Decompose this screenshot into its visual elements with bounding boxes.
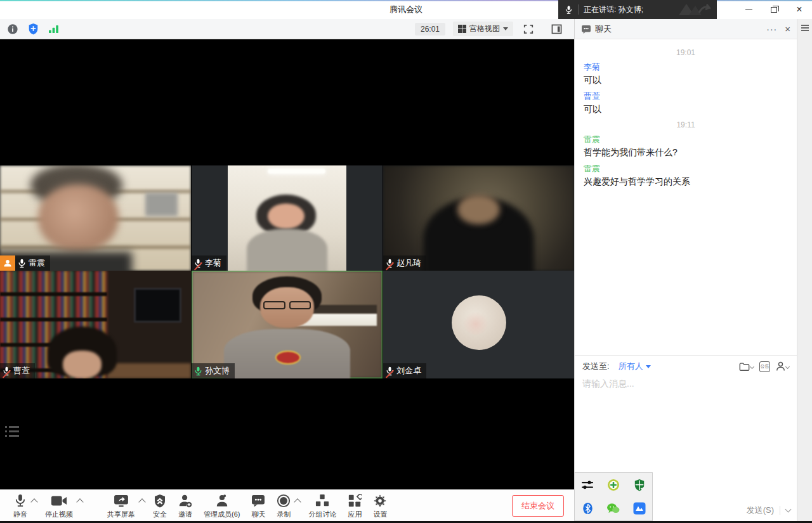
mute-button[interactable]: 静音 <box>8 490 33 522</box>
video-still <box>38 184 118 252</box>
person-icon <box>216 493 228 509</box>
invite-button[interactable]: 邀请 <box>173 490 198 522</box>
apps-button[interactable]: 应用 <box>342 490 367 522</box>
chat-bubble-icon <box>251 493 265 509</box>
chat-history-folder-button[interactable] <box>739 362 754 371</box>
view-mode-label: 宫格视图 <box>469 23 500 34</box>
toggle-sidebar-button[interactable] <box>549 22 564 36</box>
mic-muted-icon <box>193 259 203 268</box>
defender-shield-icon[interactable] <box>632 478 646 492</box>
mic-muted-icon <box>2 366 11 376</box>
video-still <box>63 351 101 378</box>
breakout-rooms-button[interactable]: 分组讨论 <box>303 490 342 522</box>
chat-panel: 聊天 ··· × 19:01 李菊 可以 曹萱 可以 19:11 雷震 哲学能为… <box>574 19 797 521</box>
record-icon <box>277 493 291 509</box>
camera-icon <box>51 493 67 509</box>
share-screen-icon <box>114 493 129 509</box>
meeting-security-shield-icon[interactable] <box>25 22 41 36</box>
send-to-dropdown[interactable]: 所有人 <box>619 361 643 372</box>
video-grid: 雷震 李菊 <box>0 39 574 489</box>
message-input[interactable] <box>582 378 789 448</box>
collapsed-list-icon[interactable] <box>5 426 22 439</box>
settings-button[interactable]: 设置 <box>367 490 393 522</box>
message-text: 兴趣爱好与哲学学习的关系 <box>584 176 788 188</box>
titlebar: 腾讯会议 正在讲话: 孙文博; × <box>0 0 812 19</box>
invite-person-icon <box>178 493 192 509</box>
chat-more-button[interactable]: ··· <box>766 24 777 34</box>
message-sender[interactable]: 曹萱 <box>584 91 788 102</box>
antivirus-icon[interactable] <box>606 478 620 492</box>
message-text: 哲学能为我们带来什么? <box>584 147 788 158</box>
send-options-chevron-icon[interactable] <box>785 507 792 513</box>
private-chat-button[interactable] <box>776 361 789 371</box>
message-text: 可以 <box>584 75 788 86</box>
collapsed-side-strip <box>797 19 812 521</box>
divider <box>780 506 780 515</box>
send-button[interactable]: 发送(S) <box>747 505 774 516</box>
network-signal-icon[interactable] <box>46 22 61 36</box>
speaking-label: 正在讲话: 孙文博; <box>584 4 643 15</box>
sliders-icon[interactable] <box>580 478 594 492</box>
video-still <box>247 229 327 271</box>
host-badge-icon <box>0 255 15 271</box>
message-timestamp: 19:11 <box>584 120 788 129</box>
message-sender[interactable]: 李菊 <box>584 61 788 73</box>
chat-close-button[interactable]: × <box>785 23 790 34</box>
bluetooth-icon[interactable] <box>580 501 594 515</box>
participant-label: 刘金卓 <box>383 363 426 378</box>
participant-label: 雷震 <box>15 255 50 271</box>
mic-muted-icon <box>385 259 395 268</box>
speaking-indicator-bar: 正在讲话: 孙文博; <box>558 0 717 19</box>
video-still <box>268 169 325 174</box>
video-tile-leizhen[interactable]: 雷震 <box>0 165 191 271</box>
video-still <box>145 193 178 216</box>
participant-name: 刘金卓 <box>396 365 421 377</box>
send-to-label: 发送至: <box>582 361 610 372</box>
chat-header: 聊天 ··· × <box>575 19 797 39</box>
chat-message-list[interactable]: 19:01 李菊 可以 曹萱 可以 19:11 雷震 哲学能为我们带来什么? 雷… <box>575 39 797 355</box>
participant-name: 孙文博 <box>205 365 230 377</box>
meeting-toolbar: 26:01 宫格视图 <box>0 19 574 39</box>
meeting-timer: 26:01 <box>415 23 445 36</box>
chevron-down-icon <box>785 364 790 368</box>
manage-members-button[interactable]: 管理成员(6) <box>198 490 246 522</box>
minimize-button[interactable] <box>736 0 761 19</box>
participant-label: 孙文博 <box>192 363 235 378</box>
announcement-button[interactable]: 公告 <box>759 361 770 372</box>
message-sender[interactable]: 雷震 <box>584 163 788 174</box>
video-still <box>268 203 304 229</box>
video-tile-caoxuan[interactable]: 曹萱 <box>0 271 191 378</box>
video-tile-liujinzhuo[interactable]: 刘金卓 <box>383 271 574 378</box>
tencent-meeting-window: 腾讯会议 正在讲话: 孙文博; × <box>0 0 812 523</box>
wechat-icon[interactable] <box>606 501 620 515</box>
message-timestamp: 19:01 <box>584 48 788 57</box>
video-still <box>134 288 181 322</box>
participant-name: 赵凡琦 <box>396 257 421 269</box>
share-screen-button[interactable]: 共享屏幕 <box>102 490 141 522</box>
chevron-down-icon <box>503 27 508 30</box>
message-sender[interactable]: 雷震 <box>584 134 788 145</box>
restore-button[interactable] <box>761 0 787 19</box>
chat-bubble-icon <box>581 25 591 34</box>
meeting-info-button[interactable] <box>5 22 20 36</box>
view-mode-dropdown[interactable]: 宫格视图 <box>453 22 513 36</box>
record-button[interactable]: 录制 <box>271 490 296 522</box>
message-text: 可以 <box>584 104 788 115</box>
video-tile-zhaofanqi[interactable]: 赵凡琦 <box>383 165 574 271</box>
chevron-down-icon <box>750 364 754 368</box>
participant-label: 李菊 <box>192 255 226 271</box>
gear-icon <box>373 493 387 509</box>
security-button[interactable]: 安全 <box>147 490 173 522</box>
chat-button[interactable]: 聊天 <box>246 490 271 522</box>
meeting-app-icon[interactable] <box>632 501 646 515</box>
close-button[interactable]: × <box>787 0 812 19</box>
video-still <box>275 351 300 365</box>
video-still <box>107 363 191 378</box>
menu-icon[interactable] <box>801 25 809 31</box>
video-tile-liju[interactable]: 李菊 <box>192 165 383 271</box>
end-meeting-button[interactable]: 结束会议 <box>512 495 564 517</box>
video-tile-sunwenbo[interactable]: 孙文博 <box>192 271 383 378</box>
divider <box>578 4 579 15</box>
fullscreen-button[interactable] <box>521 22 536 36</box>
stop-video-button[interactable]: 停止视频 <box>39 490 79 522</box>
